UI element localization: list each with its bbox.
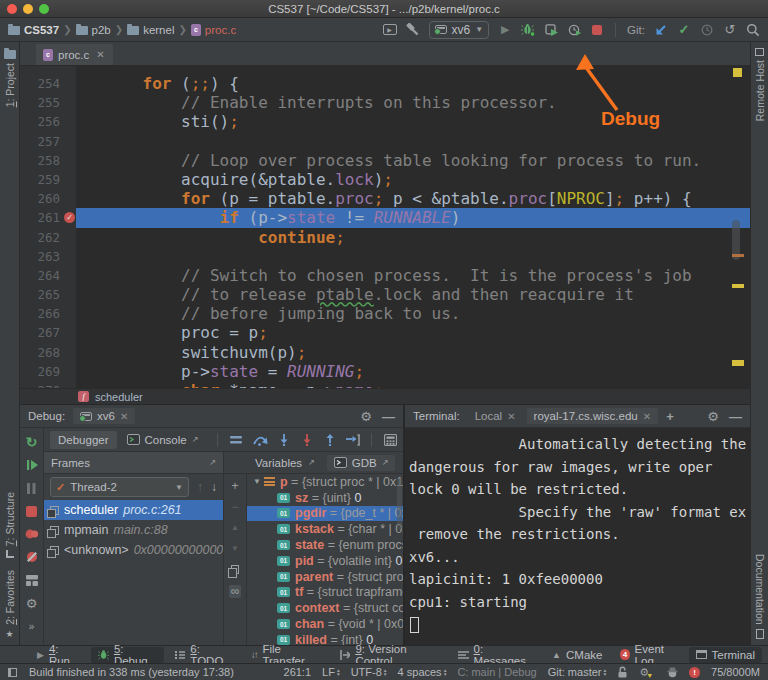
rerun-icon[interactable]: ↻ (25, 435, 39, 449)
breadcrumb-item-kernel[interactable]: kernel (127, 24, 174, 36)
terminal-output[interactable]: Automatically detecting thedangerous for… (405, 428, 750, 645)
run-to-cursor-icon[interactable] (346, 431, 360, 449)
breadcrumb-item-p2b[interactable]: p2b (76, 24, 111, 36)
code-line-264[interactable]: 264 // Switch to chosen process. It is t… (20, 266, 750, 285)
code-line-258[interactable]: 258 // Loop over process table looking f… (20, 151, 750, 170)
history-clock-icon[interactable] (700, 21, 714, 39)
variables-header-label[interactable]: Variables (255, 457, 302, 469)
tool-window-button-4-run[interactable]: ▶4: Run (30, 647, 87, 663)
code-line-266[interactable]: 266 // before jumping back to us. (20, 304, 750, 323)
code-line-270[interactable]: 270 char *name = p->name; (20, 381, 750, 388)
tool-window-button-terminal[interactable]: Terminal (689, 647, 762, 663)
code-line-261[interactable]: 261✓ if (p->state != RUNNABLE) (20, 208, 750, 227)
stripe-mark-orange[interactable] (732, 254, 744, 257)
show-execution-point-icon[interactable] (229, 431, 243, 449)
stripe-mark-yellow[interactable] (732, 360, 744, 366)
tool-window-stripe-button-documentation[interactable]: Documentation (754, 548, 766, 645)
move-down-icon[interactable]: ▼ (231, 543, 239, 556)
code-line-267[interactable]: 267 proc = p; (20, 323, 750, 342)
tool-window-button-6-todo[interactable]: 6: TODO (168, 647, 239, 663)
variable-row[interactable]: ▼p = {struct proc * | 0x10f (247, 474, 403, 490)
line-number[interactable]: 266 (20, 304, 76, 323)
tool-window-button-file-transfer[interactable]: ↓↑ File Transfer (244, 647, 329, 663)
line-number[interactable]: 268 (20, 343, 76, 362)
code-line-268[interactable]: 268 switchuvm(p); (20, 343, 750, 362)
stop-button[interactable] (590, 21, 604, 39)
tool-window-stripe-button-2-favorites[interactable]: 2: Favorites★ (4, 564, 16, 645)
tool-window-stripe-button-1-project[interactable]: 1: Project (4, 42, 16, 113)
frames-panel-header[interactable]: Frames ↗ (44, 452, 224, 473)
debugger-tab-debugger[interactable]: Debugger (50, 431, 117, 449)
line-number[interactable]: 259 (20, 170, 76, 189)
maximize-window-button[interactable] (39, 4, 49, 14)
git-update-icon[interactable] (654, 21, 668, 39)
code-editor[interactable]: 254 for (;;) {255 // Enable interrupts o… (20, 66, 750, 388)
line-number[interactable]: 263 (20, 247, 76, 266)
gear-icon[interactable]: ⚙ (360, 409, 372, 424)
gear-icon[interactable]: ⚙ (707, 409, 719, 424)
close-icon[interactable]: ✕ (120, 411, 128, 422)
tool-window-button-9-version-control[interactable]: 9: Version Control (332, 647, 447, 663)
code-line-256[interactable]: 256 sti(); (20, 112, 750, 131)
memory-indicator[interactable]: 75/8000M (711, 666, 760, 678)
variable-row[interactable]: 01sz = {uint} 0 (247, 490, 403, 506)
code-line-265[interactable]: 265 // to release ptable.lock and then r… (20, 285, 750, 304)
function-breadcrumb[interactable]: scheduler (95, 391, 143, 403)
rollback-icon[interactable]: ↺ (723, 21, 737, 39)
attach-to-process-icon[interactable] (544, 21, 558, 39)
minimize-window-button[interactable] (23, 4, 33, 14)
editor-tab-proc-c[interactable]: c proc.c ✕ (36, 44, 113, 65)
line-number[interactable]: 258 (20, 151, 76, 170)
update-settings-gear-icon[interactable]: ⚙▼ (639, 666, 656, 679)
line-number[interactable]: 269 (20, 362, 76, 381)
line-number[interactable]: 261✓ (20, 208, 76, 227)
line-number[interactable]: 256 (20, 112, 76, 131)
variable-row[interactable]: 01chan = {void * | 0x0} NULL (247, 616, 403, 632)
close-icon[interactable]: ✕ (507, 411, 515, 422)
stripe-mark-yellow[interactable] (733, 68, 742, 77)
hide-panel-icon[interactable]: — (729, 409, 742, 424)
code-line-255[interactable]: 255 // Enable interrupts on this process… (20, 93, 750, 112)
variable-row[interactable]: 01pid = {volatile int} 0 (247, 553, 403, 569)
git-commit-icon[interactable]: ✓ (677, 21, 691, 39)
code-line-259[interactable]: 259 acquire(&ptable.lock); (20, 170, 750, 189)
frame-row[interactable]: mpmain main.c:88 (44, 520, 223, 540)
variable-row[interactable]: 01killed = {int} 0 (247, 632, 403, 645)
show-watches-icon[interactable]: ∞ (229, 585, 242, 598)
stop-icon[interactable] (25, 504, 39, 518)
add-watch-icon[interactable]: + (231, 480, 238, 493)
line-number[interactable]: 255 (20, 93, 76, 112)
step-over-icon[interactable] (252, 431, 267, 449)
evaluate-expression-icon[interactable] (383, 431, 397, 449)
new-terminal-tab-icon[interactable]: + (666, 409, 674, 424)
step-out-icon[interactable] (323, 431, 337, 449)
close-icon[interactable]: ✕ (96, 49, 104, 60)
line-number[interactable]: 267 (20, 323, 76, 342)
tool-window-button-0-messages[interactable]: 0: Messages (451, 647, 541, 663)
line-number[interactable]: 264 (20, 266, 76, 285)
show-run-window-icon[interactable]: ▶ (383, 21, 397, 39)
line-number[interactable]: 270 (20, 381, 76, 388)
tool-window-stripe-button-remote-host[interactable]: Remote Host (754, 42, 766, 127)
code-line-269[interactable]: 269 p->state = RUNNING; (20, 362, 750, 381)
code-line-254[interactable]: 254 for (;;) { (20, 74, 750, 93)
resume-icon[interactable] (25, 458, 39, 472)
previous-frame-icon[interactable]: ↑ (197, 480, 203, 494)
error-indicator-icon[interactable]: ! (689, 667, 700, 678)
line-number[interactable]: 257 (20, 132, 76, 151)
variable-row[interactable]: 01kstack = {char * | 0x0 (247, 521, 403, 537)
code-line-260[interactable]: 260 for (p = ptable.proc; p < &ptable.pr… (20, 189, 750, 208)
profiler-icon[interactable] (567, 21, 581, 39)
stripe-mark-yellow[interactable] (732, 284, 744, 288)
duplicate-icon[interactable] (231, 564, 239, 577)
line-number[interactable]: 254 (20, 74, 76, 93)
debug-button[interactable] (521, 21, 535, 39)
close-icon[interactable]: ✕ (643, 411, 651, 422)
debugger-settings-gear-icon[interactable]: ⚙ (25, 596, 39, 610)
terminal-tab-local[interactable]: Local✕ (468, 408, 523, 424)
variable-row[interactable]: 01tf = {struct trapframe (247, 585, 403, 601)
highlighting-level-icon[interactable] (667, 667, 678, 678)
variable-row[interactable]: 01parent = {struct proc (247, 569, 403, 585)
line-number[interactable]: 265 (20, 285, 76, 304)
float-panel-icon[interactable]: ↗ (308, 458, 315, 467)
